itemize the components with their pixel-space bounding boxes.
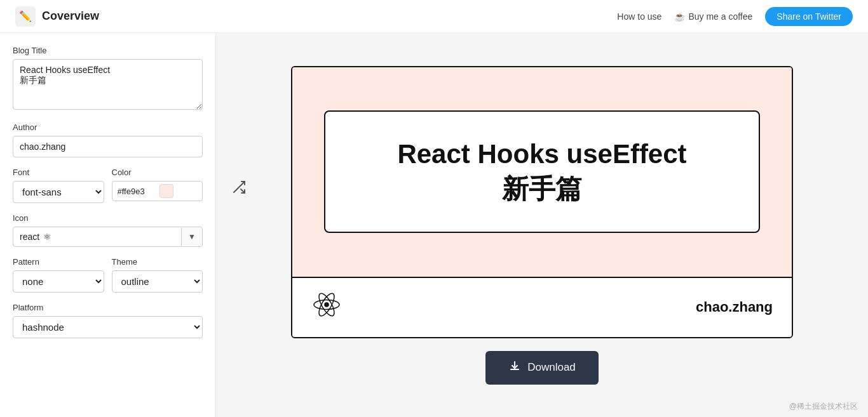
footer-credit: @稀土掘金技术社区	[789, 401, 858, 412]
platform-select[interactable]: hashnode dev.to medium twitter	[13, 316, 203, 338]
author-input[interactable]	[13, 136, 203, 157]
color-group: Color	[112, 168, 203, 203]
coffee-icon: ☕	[674, 11, 685, 22]
theme-label: Theme	[112, 257, 203, 267]
share-twitter-button[interactable]: Share on Twitter	[765, 7, 853, 26]
icon-label: Icon	[13, 213, 203, 223]
preview-area: React Hooks useEffect新手篇 chao.zhang	[216, 33, 868, 417]
icon-text-part: react ⚛	[13, 227, 181, 246]
cover-title-text: React Hooks useEffect新手篇	[363, 137, 721, 206]
sidebar: Blog Title React Hooks useEffect 新手篇 Aut…	[0, 33, 216, 417]
color-hex-input[interactable]	[118, 187, 156, 196]
react-icon-small: ⚛	[43, 232, 51, 242]
header-right: How to use ☕ Buy me a coffee Share on Tw…	[617, 7, 853, 26]
platform-group: Platform hashnode dev.to medium twitter	[13, 303, 203, 338]
download-label: Download	[527, 361, 576, 374]
pattern-theme-row: Pattern none dots grid lines Theme outli…	[13, 257, 203, 293]
blog-title-input[interactable]: React Hooks useEffect 新手篇	[13, 59, 203, 110]
cover-author: chao.zhang	[696, 299, 773, 315]
download-icon	[508, 360, 521, 376]
blog-title-group: Blog Title React Hooks useEffect 新手篇	[13, 46, 203, 112]
cover-top: React Hooks useEffect新手篇	[292, 67, 792, 277]
theme-group: Theme outline modern classic	[112, 257, 203, 293]
font-select[interactable]: font-sans font-serif font-mono	[13, 181, 104, 203]
edit-icon: ✏️	[19, 10, 32, 22]
header-left: ✏️ Coverview	[15, 6, 99, 27]
icon-group: Icon react ⚛ ▼	[13, 213, 203, 247]
how-to-use-link[interactable]: How to use	[617, 11, 661, 22]
buy-coffee-link[interactable]: ☕ Buy me a coffee	[674, 11, 752, 22]
blog-title-label: Blog Title	[13, 46, 203, 55]
pattern-group: Pattern none dots grid lines	[13, 257, 104, 293]
svg-point-2	[325, 303, 329, 307]
header: ✏️ Coverview How to use ☕ Buy me a coffe…	[0, 0, 868, 33]
cover-card: React Hooks useEffect新手篇 chao.zhang	[291, 66, 793, 338]
main-layout: Blog Title React Hooks useEffect 新手篇 Aut…	[0, 33, 868, 417]
font-color-row: Font font-sans font-serif font-mono Colo…	[13, 168, 203, 203]
icon-select-row: react ⚛ ▼	[13, 227, 203, 247]
cover-bottom: chao.zhang	[292, 277, 792, 337]
author-label: Author	[13, 122, 203, 132]
color-swatch[interactable]	[159, 184, 173, 198]
app-title: Coverview	[42, 10, 99, 23]
cover-title-box: React Hooks useEffect新手篇	[324, 110, 760, 233]
shuffle-button[interactable]	[226, 175, 252, 203]
logo-icon: ✏️	[15, 6, 36, 27]
icon-dropdown-button[interactable]: ▼	[181, 228, 202, 246]
color-label: Color	[112, 168, 203, 177]
color-input-row	[112, 181, 203, 201]
platform-label: Platform	[13, 303, 203, 312]
font-label: Font	[13, 168, 104, 177]
pattern-select[interactable]: none dots grid lines	[13, 270, 104, 293]
theme-select[interactable]: outline modern classic	[112, 270, 203, 293]
coffee-label: Buy me a coffee	[688, 11, 752, 22]
react-icon-large	[311, 289, 342, 326]
author-group: Author	[13, 122, 203, 157]
font-group: Font font-sans font-serif font-mono	[13, 168, 104, 203]
icon-name-text: react	[20, 232, 39, 242]
pattern-label: Pattern	[13, 257, 104, 267]
download-button[interactable]: Download	[485, 351, 599, 385]
